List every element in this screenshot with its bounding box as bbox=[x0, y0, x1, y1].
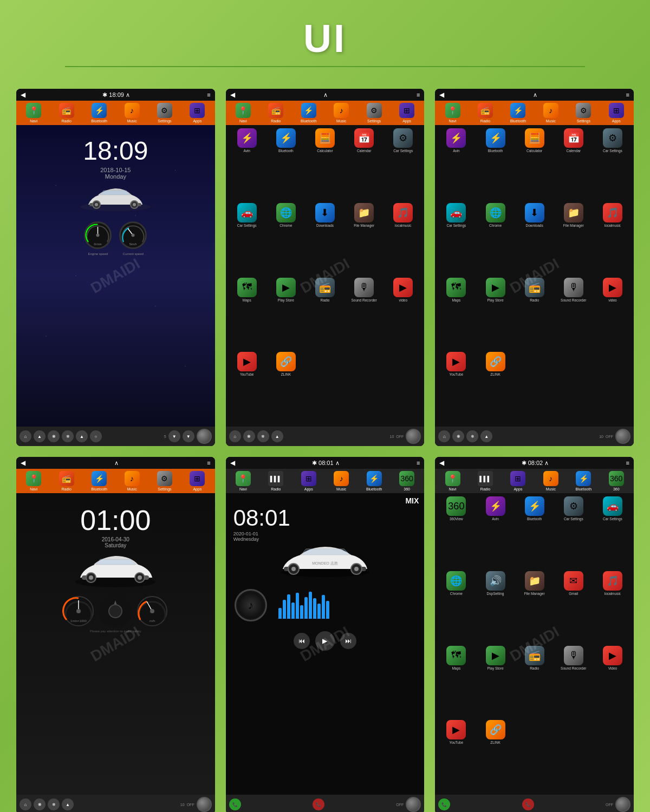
nav-settings-3[interactable]: ⚙ Settings bbox=[567, 103, 600, 123]
app-calc-2[interactable]: 🧮Calculator bbox=[307, 128, 343, 200]
nav-apps-1[interactable]: ⊞ Apps bbox=[181, 103, 213, 123]
endcall-btn-5[interactable]: 📞 bbox=[313, 798, 324, 810]
knob-3[interactable] bbox=[615, 429, 630, 444]
up-btn-2[interactable]: ▲ bbox=[271, 430, 283, 442]
app-carset-3[interactable]: 🚗Car Settings bbox=[438, 203, 474, 274]
nav-navi-2[interactable]: 📍 Navi bbox=[227, 103, 259, 123]
nav-navi-6[interactable]: 📍 Navi bbox=[436, 471, 469, 491]
back-btn-3[interactable]: ◀ bbox=[439, 91, 444, 99]
app-lm-6[interactable]: 🎵localmusic bbox=[595, 571, 630, 643]
nav-music-5[interactable]: ♪ Music bbox=[325, 471, 358, 491]
app-chrome-3[interactable]: 🌐Chrome bbox=[477, 203, 513, 274]
app-maps-6[interactable]: 🗺Maps bbox=[438, 646, 474, 717]
nav-bt-3[interactable]: ⚡ Bluetooth bbox=[502, 103, 534, 123]
home-btn-1[interactable]: ⌂ bbox=[20, 430, 31, 442]
app-cset-3[interactable]: ⚙Car Settings bbox=[595, 128, 630, 200]
app-video-3[interactable]: ▶video bbox=[595, 278, 630, 349]
app-sr-2[interactable]: 🎙Sound Recorder bbox=[346, 278, 382, 349]
app-chrome-6[interactable]: 🌐Chrome bbox=[438, 571, 474, 643]
app-zlink-6[interactable]: 🔗ZLINK bbox=[477, 720, 513, 791]
up2-btn-1[interactable]: ▲ bbox=[76, 430, 88, 442]
knob-6[interactable] bbox=[615, 797, 630, 812]
nav-bt-4[interactable]: ⚡ Bluetooth bbox=[83, 471, 115, 491]
nav-music-1[interactable]: ♪ Music bbox=[115, 103, 148, 123]
prev-btn-5[interactable]: ⏮ bbox=[294, 633, 310, 649]
app-sr-3[interactable]: 🎙Sound Recorder bbox=[556, 278, 592, 349]
app-ps-3[interactable]: ▶Play Store bbox=[477, 278, 513, 349]
nav-apps-6[interactable]: ⊞ Apps bbox=[502, 471, 534, 491]
nav-apps-2[interactable]: ⊞ Apps bbox=[391, 103, 423, 123]
ac-btn-2[interactable]: ❄ bbox=[257, 430, 269, 442]
home-btn-4[interactable]: ⌂ bbox=[20, 798, 31, 810]
app-360view-6[interactable]: 360360View bbox=[438, 496, 474, 568]
fan-btn-2[interactable]: ❋ bbox=[243, 430, 255, 442]
knob-4[interactable] bbox=[197, 797, 212, 812]
nav-360-6[interactable]: 360 360 bbox=[600, 471, 633, 491]
app-bt-3[interactable]: ⚡Bluetooth bbox=[477, 128, 513, 200]
app-zlink-3[interactable]: 🔗ZLINK bbox=[477, 352, 513, 423]
app-fm-2[interactable]: 📁File Manager bbox=[346, 203, 382, 274]
app-bt-6[interactable]: ⚡Bluetooth bbox=[517, 496, 552, 568]
back-btn-6[interactable]: ◀ bbox=[439, 459, 444, 467]
next-btn-5[interactable]: ⏭ bbox=[340, 633, 356, 649]
up-btn-4[interactable]: ▲ bbox=[62, 798, 74, 810]
app-radio-2[interactable]: 📻Radio bbox=[307, 278, 343, 349]
up-btn-3[interactable]: ▲ bbox=[480, 430, 492, 442]
app-video-2[interactable]: ▶video bbox=[385, 278, 421, 349]
app-yt-2[interactable]: ▶YouTube bbox=[229, 352, 265, 423]
nav-music-6[interactable]: ♪ Music bbox=[535, 471, 567, 491]
nav-radio-3[interactable]: 📻 Radio bbox=[469, 103, 502, 123]
app-zlink-2[interactable]: 🔗ZLINK bbox=[268, 352, 304, 423]
app-yt-3[interactable]: ▶YouTube bbox=[438, 352, 474, 423]
app-fm-3[interactable]: 📁File Manager bbox=[556, 203, 592, 274]
nav-settings-4[interactable]: ⚙ Settings bbox=[148, 471, 181, 491]
app-lm-2[interactable]: 🎵localmusic bbox=[385, 203, 421, 274]
nav-bt-1[interactable]: ⚡ Bluetooth bbox=[83, 103, 115, 123]
back-btn-4[interactable]: ◀ bbox=[21, 459, 25, 467]
ac-btn-4[interactable]: ❄ bbox=[48, 798, 60, 810]
app-cal-2[interactable]: 📅Calendar bbox=[346, 128, 382, 200]
app-cset-6b[interactable]: 🚗Car Settings bbox=[595, 496, 630, 568]
nav-navi-1[interactable]: 📍 Navi bbox=[17, 103, 50, 123]
home-btn-3[interactable]: ⌂ bbox=[438, 430, 450, 442]
knob-5[interactable] bbox=[406, 797, 421, 812]
nav-apps-4[interactable]: ⊞ Apps bbox=[181, 471, 213, 491]
ac-btn-1[interactable]: ❄ bbox=[62, 430, 74, 442]
app-sr-6[interactable]: 🎙Sound Recorder bbox=[556, 646, 592, 717]
endcall-btn-6[interactable]: 📞 bbox=[522, 798, 534, 810]
nav-navi-3[interactable]: 📍 Navi bbox=[436, 103, 469, 123]
nav-music-2[interactable]: ♪ Music bbox=[325, 103, 358, 123]
app-maps-3[interactable]: 🗺Maps bbox=[438, 278, 474, 349]
nav-settings-2[interactable]: ⚙ Settings bbox=[358, 103, 390, 123]
app-avin-3[interactable]: ⚡Avin bbox=[438, 128, 474, 200]
nav-navi-5[interactable]: 📍 Navi bbox=[227, 471, 259, 491]
app-maps-2[interactable]: 🗺Maps bbox=[229, 278, 265, 349]
nav-radio-6[interactable]: ▌▌▌ Radio bbox=[469, 471, 502, 491]
fan-btn-3[interactable]: ❋ bbox=[452, 430, 464, 442]
app-ps-6[interactable]: ▶Play Store bbox=[477, 646, 513, 717]
app-cset-2[interactable]: ⚙Car Settings bbox=[385, 128, 421, 200]
app-yt-6[interactable]: ▶YouTube bbox=[438, 720, 474, 791]
ac-btn-3[interactable]: ❄ bbox=[466, 430, 478, 442]
app-calc-3[interactable]: 🧮Calculator bbox=[517, 128, 552, 200]
nav-bt-2[interactable]: ⚡ Bluetooth bbox=[292, 103, 325, 123]
phone-btn-6[interactable]: 📞 bbox=[438, 798, 450, 810]
app-gmail-6[interactable]: ✉Gmail bbox=[556, 571, 592, 643]
back-btn-5[interactable]: ◀ bbox=[230, 459, 235, 467]
up-btn-1[interactable]: ▲ bbox=[34, 430, 46, 442]
app-dl-2[interactable]: ⬇Downloads bbox=[307, 203, 343, 274]
app-avin-2[interactable]: ⚡Avin bbox=[229, 128, 265, 200]
nav-radio-4[interactable]: 📻 Radio bbox=[50, 471, 82, 491]
phone-btn-5[interactable]: 📞 bbox=[229, 798, 241, 810]
knob-2[interactable] bbox=[406, 429, 421, 444]
app-radio-6[interactable]: 📻Radio bbox=[517, 646, 552, 717]
nav-apps-3[interactable]: ⊞ Apps bbox=[600, 103, 633, 123]
app-avin-6[interactable]: ⚡Avin bbox=[477, 496, 513, 568]
app-lm-3[interactable]: 🎵localmusic bbox=[595, 203, 630, 274]
app-fm-6[interactable]: 📁File Manager bbox=[517, 571, 552, 643]
circle-btn-1[interactable]: ○ bbox=[90, 430, 102, 442]
back-btn-2[interactable]: ◀ bbox=[230, 91, 235, 99]
nav-radio-5[interactable]: ▌▌▌ Radio bbox=[259, 471, 292, 491]
nav-bt-5[interactable]: ⚡ Bluetooth bbox=[358, 471, 390, 491]
nav-apps-5[interactable]: ⊞ Apps bbox=[292, 471, 325, 491]
